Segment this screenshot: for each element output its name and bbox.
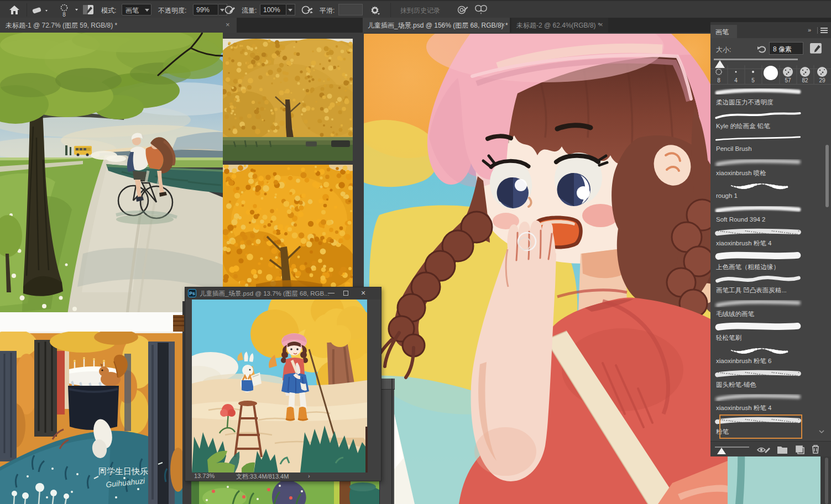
svg-text:同学生日快乐: 同学生日快乐 — [98, 466, 148, 476]
svg-text:29: 29 — [819, 77, 825, 83]
svg-text:8: 8 — [62, 12, 66, 18]
svg-text:4: 4 — [734, 77, 738, 83]
svg-text:5: 5 — [751, 77, 755, 83]
svg-text:57: 57 — [785, 77, 791, 83]
svg-text:82: 82 — [802, 77, 808, 83]
svg-text:8: 8 — [717, 77, 720, 83]
